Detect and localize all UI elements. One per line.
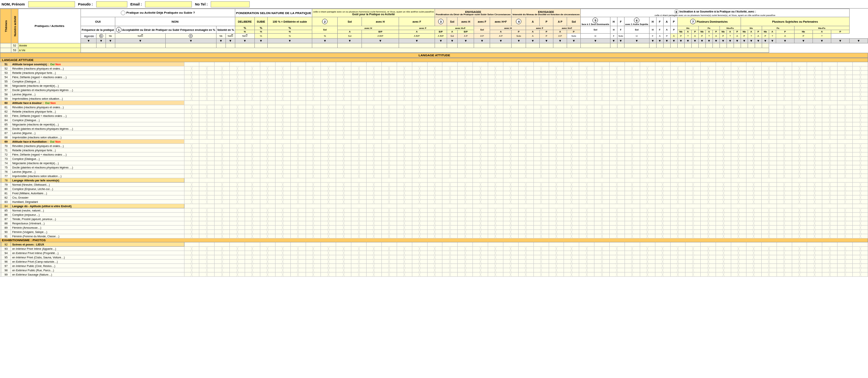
cell-74-35[interactable]: ╳: [701, 161, 716, 165]
cell-sub-84-26[interactable]: [564, 204, 579, 208]
cell-51-15[interactable]: [397, 62, 412, 66]
cell-81-24[interactable]: ╳: [533, 191, 549, 195]
cell-67-25[interactable]: ╳: [549, 131, 564, 135]
cell-85-6[interactable]: ╳: [260, 208, 275, 213]
cell-91-9[interactable]: ╳: [306, 234, 321, 238]
cell-62-36[interactable]: ╳: [716, 109, 731, 114]
cell-95-27[interactable]: ╳: [579, 255, 594, 260]
cell-sub-78-10[interactable]: [321, 178, 336, 183]
filter-29[interactable]: ▼: [670, 39, 677, 43]
cell-91-27[interactable]: ╳: [579, 234, 594, 238]
cell-57-34[interactable]: ╳: [685, 88, 701, 92]
cell-58-28[interactable]: ╳: [594, 92, 610, 97]
cell-87-30[interactable]: ╳: [625, 217, 640, 221]
cell-89-40[interactable]: ╳: [777, 226, 792, 230]
cell-58-14[interactable]: ╳: [381, 92, 397, 97]
cell-75-44[interactable]: ╳: [838, 165, 853, 170]
cell-64-16[interactable]: ╳: [412, 118, 427, 122]
cell-65-10[interactable]: ╳: [321, 122, 336, 127]
cell-59-26[interactable]: ╳: [564, 97, 579, 101]
cell-83-25[interactable]: ╳: [549, 200, 564, 204]
cell-61-25[interactable]: ╳: [549, 105, 564, 109]
cell-81-34[interactable]: ╳: [685, 191, 701, 195]
cell-83-32[interactable]: ╳: [655, 200, 670, 204]
cell-52-17[interactable]: ╳: [427, 66, 442, 71]
cell-94-18[interactable]: ╳: [442, 251, 458, 255]
cell-sub-92-22[interactable]: [503, 242, 518, 247]
cell-64-36[interactable]: ╳: [716, 118, 731, 122]
cell-57-20[interactable]: ╳: [473, 88, 488, 92]
cell-87-18[interactable]: ╳: [442, 217, 458, 221]
cell-98-23[interactable]: ╳: [518, 268, 533, 272]
cell-51-14[interactable]: [381, 62, 397, 66]
cell-94-15[interactable]: ╳: [397, 251, 412, 255]
cell-82-12[interactable]: ╳: [351, 195, 367, 200]
cell-71-2[interactable]: ╳: [199, 148, 215, 152]
cell-58-20[interactable]: ╳: [473, 92, 488, 97]
cell-88-5[interactable]: ╳: [245, 221, 260, 226]
cell-57-31[interactable]: ╳: [640, 88, 655, 92]
cell-52-18[interactable]: ╳: [442, 66, 458, 71]
cell-68-14[interactable]: ╳: [381, 135, 397, 140]
cell-98-7[interactable]: ╳: [275, 268, 290, 272]
cell-83-33[interactable]: ╳: [670, 200, 685, 204]
cell-94-24[interactable]: ╳: [533, 251, 549, 255]
cell-51-29[interactable]: [610, 62, 625, 66]
cell-94-45[interactable]: ╳: [853, 251, 868, 255]
cell-64-9[interactable]: ╳: [306, 118, 321, 122]
cell-95-26[interactable]: ╳: [564, 255, 579, 260]
cell-72-20[interactable]: ╳: [473, 152, 488, 157]
cell-77-42[interactable]: ╳: [807, 174, 822, 178]
cell-81-32[interactable]: ╳: [655, 191, 670, 195]
cell-79-4[interactable]: ╳: [230, 183, 245, 187]
cell-91-36[interactable]: ╳: [716, 234, 731, 238]
cell-58-23[interactable]: ╳: [518, 92, 533, 97]
cell-56-43[interactable]: ╳: [822, 84, 838, 88]
cell-60-45[interactable]: [853, 101, 868, 105]
cell-64-24[interactable]: ╳: [533, 118, 549, 122]
cell-91-37[interactable]: ╳: [731, 234, 746, 238]
cell-53-13[interactable]: ╳: [367, 71, 382, 75]
cell-83-20[interactable]: ╳: [473, 200, 488, 204]
cell-89-5[interactable]: ╳: [245, 226, 260, 230]
cell-83-18[interactable]: ╳: [442, 200, 458, 204]
cell-76-26[interactable]: ╳: [564, 170, 579, 174]
cell-97-34[interactable]: ╳: [685, 264, 701, 268]
cell-72-24[interactable]: ╳: [533, 152, 549, 157]
cell-97-24[interactable]: ╳: [533, 264, 549, 268]
cell-58-29[interactable]: ╳: [610, 92, 625, 97]
cell-82-2[interactable]: ╳: [199, 195, 215, 200]
cell-61-11[interactable]: ╳: [336, 105, 351, 109]
cell-95-12[interactable]: ╳: [351, 255, 367, 260]
cell-70-39[interactable]: ╳: [761, 144, 777, 148]
cell-82-9[interactable]: ╳: [306, 195, 321, 200]
cell-81-2[interactable]: ╳: [199, 191, 215, 195]
cell-53-40[interactable]: ╳: [777, 71, 792, 75]
cell-62-14[interactable]: ╳: [381, 109, 397, 114]
cell-69-43[interactable]: [822, 140, 838, 144]
cell-62-16[interactable]: ╳: [412, 109, 427, 114]
cell-96-13[interactable]: ╳: [367, 260, 382, 264]
cell-69-29[interactable]: [610, 140, 625, 144]
cell-74-38[interactable]: ╳: [746, 161, 761, 165]
cell-85-24[interactable]: ╳: [533, 208, 549, 213]
cell-65-13[interactable]: ╳: [367, 122, 382, 127]
cell-85-27[interactable]: ╳: [579, 208, 594, 213]
cell-53-11[interactable]: ╳: [336, 71, 351, 75]
cell-62-10[interactable]: ╳: [321, 109, 336, 114]
cell-70-27[interactable]: ╳: [579, 144, 594, 148]
cell-70-16[interactable]: ╳: [412, 144, 427, 148]
cell-98-27[interactable]: ╳: [579, 268, 594, 272]
cell-sub-84-18[interactable]: [442, 204, 458, 208]
cell-80-45[interactable]: ╳: [853, 187, 868, 191]
cell-64-29[interactable]: ╳: [610, 118, 625, 122]
cell-75-18[interactable]: ╳: [442, 165, 458, 170]
cell-62-44[interactable]: ╳: [838, 109, 853, 114]
cell-85-18[interactable]: ╳: [442, 208, 458, 213]
filter-21[interactable]: ▼: [567, 39, 581, 43]
cell-81-43[interactable]: ╳: [822, 191, 838, 195]
cell-64-20[interactable]: ╳: [473, 118, 488, 122]
cell-57-42[interactable]: ╳: [807, 88, 822, 92]
cell-52-26[interactable]: ╳: [564, 66, 579, 71]
cell-97-8[interactable]: ╳: [290, 264, 306, 268]
